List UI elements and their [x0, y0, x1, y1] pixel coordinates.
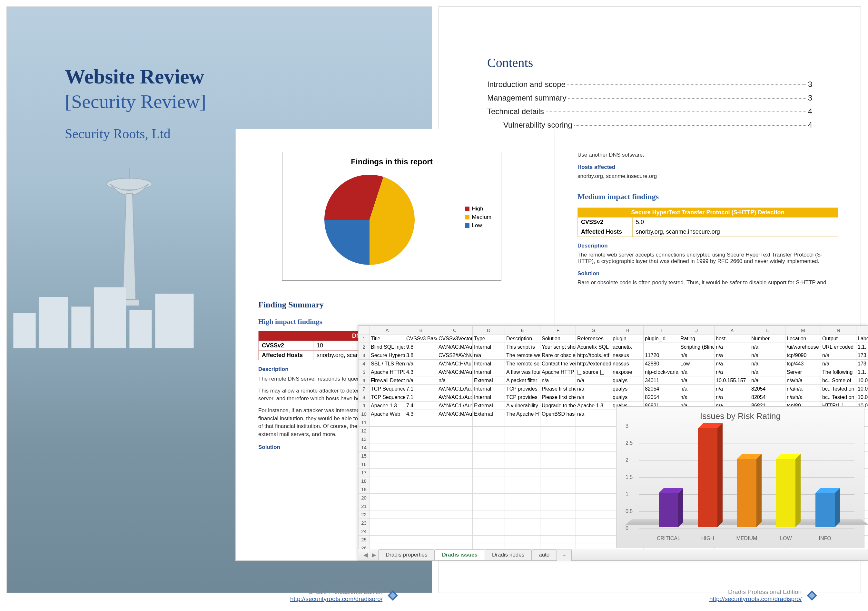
cell[interactable]: A vulnerability	[505, 402, 540, 410]
cell[interactable]: n/a	[715, 360, 750, 368]
cell[interactable]	[576, 435, 611, 444]
cell[interactable]: n/a	[715, 351, 750, 360]
cell[interactable]: n/a	[750, 343, 786, 351]
cell[interactable]	[405, 485, 437, 494]
cell[interactable]: Contact the vendor	[540, 360, 576, 368]
cell[interactable]	[505, 494, 540, 502]
cell[interactable]: Secure Hypertext	[369, 351, 405, 360]
column-header[interactable]	[856, 326, 868, 334]
cell[interactable]: tcp/443	[786, 360, 821, 368]
cell[interactable]	[576, 477, 611, 485]
cell[interactable]: Apache HTTP	[540, 368, 576, 376]
sheet-tab[interactable]: auto	[532, 549, 557, 560]
cell[interactable]: |_ source |_	[576, 368, 611, 376]
column-header[interactable]: J	[679, 326, 715, 334]
cell[interactable]	[369, 510, 405, 519]
cell[interactable]	[473, 444, 505, 452]
cell[interactable]	[405, 452, 437, 460]
cell[interactable]	[576, 485, 611, 494]
cell[interactable]	[473, 435, 505, 444]
cell[interactable]	[505, 502, 540, 510]
cell[interactable]: 1.1.	[856, 368, 868, 376]
cell[interactable]: 82054	[750, 393, 786, 402]
cell[interactable]: Blind SQL Injection	[369, 343, 405, 351]
cell[interactable]	[473, 510, 505, 519]
cell[interactable]	[576, 460, 611, 469]
cell[interactable]: n/a	[750, 351, 786, 360]
column-header[interactable]: L	[750, 326, 786, 334]
column-header[interactable]: H	[611, 326, 643, 334]
cell[interactable]	[437, 502, 473, 510]
cell[interactable]: Apache 1.3	[369, 402, 405, 410]
cell[interactable]: tcp/9090	[786, 351, 821, 360]
cell[interactable]: Scripting (Blind)	[679, 343, 715, 351]
toc-row[interactable]: Technical details4	[487, 107, 812, 116]
header-cell[interactable]: plugin	[611, 334, 643, 343]
cell[interactable]	[369, 535, 405, 544]
cell[interactable]	[369, 469, 405, 477]
cell[interactable]	[505, 469, 540, 477]
cell[interactable]: 11720	[643, 351, 679, 360]
cell[interactable]: 10.0	[856, 385, 868, 393]
cell[interactable]	[369, 460, 405, 469]
cell[interactable]: Please first check	[540, 385, 576, 393]
cell[interactable]: Apache HTTPD	[369, 368, 405, 376]
footer-link[interactable]: http://securityroots.com/dradispro/	[709, 596, 801, 602]
header-cell[interactable]: Output	[821, 334, 856, 343]
toc-row[interactable]: Vulnerability scoring4	[487, 121, 812, 130]
cell[interactable]	[576, 510, 611, 519]
cell[interactable]: http://extendedsubset	[576, 360, 611, 368]
cell[interactable]: Server	[786, 368, 821, 376]
cell[interactable]	[405, 469, 437, 477]
column-header[interactable]: I	[643, 326, 679, 334]
cell[interactable]	[540, 535, 576, 544]
column-header[interactable]: M	[786, 326, 821, 334]
header-cell[interactable]: CVSSv3Vector	[437, 334, 473, 343]
cell[interactable]	[505, 485, 540, 494]
tab-next-icon[interactable]: ▶	[370, 551, 378, 558]
cell[interactable]	[437, 527, 473, 535]
cell[interactable]	[473, 502, 505, 510]
cell[interactable]: CVSS2#AV:N/AC:L	[437, 351, 473, 360]
cell[interactable]	[473, 519, 505, 527]
cell[interactable]	[540, 469, 576, 477]
cell[interactable]: Low	[679, 360, 715, 368]
cell[interactable]	[369, 527, 405, 535]
cell[interactable]: 10.0	[856, 376, 868, 385]
cell[interactable]	[437, 519, 473, 527]
cell[interactable]: URL encoded	[821, 343, 856, 351]
cell[interactable]	[405, 510, 437, 519]
cell[interactable]	[437, 477, 473, 485]
cell[interactable]	[473, 485, 505, 494]
cell[interactable]: n/a	[750, 376, 786, 385]
cell[interactable]	[540, 460, 576, 469]
column-header[interactable]: K	[715, 326, 750, 334]
header-cell[interactable]: Type	[473, 334, 505, 343]
column-header[interactable]: B	[405, 326, 437, 334]
cell[interactable]	[576, 427, 611, 435]
cell[interactable]	[473, 469, 505, 477]
cell[interactable]	[369, 427, 405, 435]
add-sheet-button[interactable]: ＋	[556, 549, 572, 561]
cell[interactable]	[576, 535, 611, 544]
cell[interactable]	[369, 435, 405, 444]
cell[interactable]	[405, 519, 437, 527]
cell[interactable]	[540, 452, 576, 460]
cell[interactable]	[540, 494, 576, 502]
cell[interactable]: External	[473, 410, 505, 418]
cell[interactable]: Upgrade to the	[540, 402, 576, 410]
cell[interactable]: AV:N/AC:L/Au:N	[437, 402, 473, 410]
cell[interactable]: The following	[821, 368, 856, 376]
header-cell[interactable]: plugin_id	[643, 334, 679, 343]
cell[interactable]: n/a	[679, 376, 715, 385]
cell[interactable]	[505, 460, 540, 469]
cell[interactable]: External	[473, 402, 505, 410]
cell[interactable]	[405, 418, 437, 427]
cell[interactable]: n/a	[576, 410, 611, 418]
header-cell[interactable]: Description	[505, 334, 540, 343]
cell[interactable]: TCP provides	[505, 393, 540, 402]
cell[interactable]: n/a	[576, 376, 611, 385]
cell[interactable]: qualys	[611, 385, 643, 393]
cell[interactable]: 82054	[643, 385, 679, 393]
header-cell[interactable]: Location	[786, 334, 821, 343]
